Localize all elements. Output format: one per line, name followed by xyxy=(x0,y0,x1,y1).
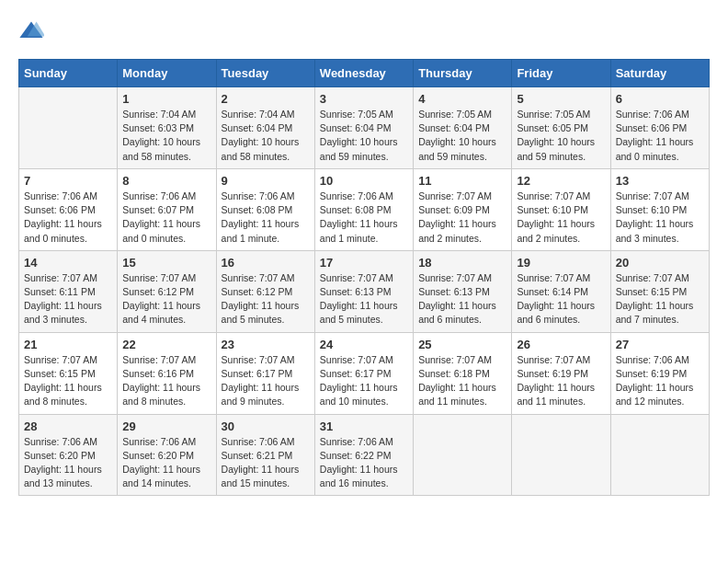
day-number: 20 xyxy=(616,256,704,270)
calendar-cell: 30Sunrise: 7:06 AM Sunset: 6:21 PM Dayli… xyxy=(216,414,314,496)
weekday-header: Thursday xyxy=(414,60,512,87)
day-number: 22 xyxy=(122,338,210,351)
day-number: 4 xyxy=(418,92,506,106)
calendar-cell: 29Sunrise: 7:06 AM Sunset: 6:20 PM Dayli… xyxy=(118,414,216,496)
day-info: Sunrise: 7:06 AM Sunset: 6:22 PM Dayligh… xyxy=(320,435,408,491)
day-number: 7 xyxy=(24,174,112,188)
calendar-cell xyxy=(512,414,610,496)
weekday-header: Monday xyxy=(118,60,216,87)
day-number: 18 xyxy=(418,256,506,270)
day-info: Sunrise: 7:06 AM Sunset: 6:20 PM Dayligh… xyxy=(24,435,112,491)
day-info: Sunrise: 7:07 AM Sunset: 6:14 PM Dayligh… xyxy=(517,271,605,327)
day-info: Sunrise: 7:07 AM Sunset: 6:15 PM Dayligh… xyxy=(616,271,704,327)
calendar-cell: 20Sunrise: 7:07 AM Sunset: 6:15 PM Dayli… xyxy=(610,250,709,332)
day-number: 27 xyxy=(616,338,704,351)
logo xyxy=(18,18,48,44)
day-number: 12 xyxy=(517,174,605,188)
day-number: 28 xyxy=(24,419,112,433)
calendar-cell: 24Sunrise: 7:07 AM Sunset: 6:17 PM Dayli… xyxy=(314,332,413,414)
calendar-cell: 26Sunrise: 7:07 AM Sunset: 6:19 PM Dayli… xyxy=(512,332,610,414)
day-info: Sunrise: 7:06 AM Sunset: 6:07 PM Dayligh… xyxy=(122,190,210,246)
day-number: 6 xyxy=(616,92,704,106)
day-number: 1 xyxy=(122,92,210,106)
calendar-header: SundayMondayTuesdayWednesdayThursdayFrid… xyxy=(19,60,710,87)
calendar-cell: 2Sunrise: 7:04 AM Sunset: 6:04 PM Daylig… xyxy=(216,87,314,169)
calendar-cell: 27Sunrise: 7:06 AM Sunset: 6:19 PM Dayli… xyxy=(610,332,709,414)
day-info: Sunrise: 7:07 AM Sunset: 6:12 PM Dayligh… xyxy=(222,271,310,327)
day-info: Sunrise: 7:06 AM Sunset: 6:21 PM Dayligh… xyxy=(222,435,310,491)
calendar-cell: 1Sunrise: 7:04 AM Sunset: 6:03 PM Daylig… xyxy=(118,87,216,169)
day-info: Sunrise: 7:05 AM Sunset: 6:05 PM Dayligh… xyxy=(517,108,605,164)
calendar-cell: 18Sunrise: 7:07 AM Sunset: 6:13 PM Dayli… xyxy=(414,250,512,332)
logo-icon xyxy=(18,18,44,44)
weekday-header: Wednesday xyxy=(314,60,413,87)
calendar-week-row: 21Sunrise: 7:07 AM Sunset: 6:15 PM Dayli… xyxy=(19,332,710,414)
calendar-cell: 25Sunrise: 7:07 AM Sunset: 6:18 PM Dayli… xyxy=(414,332,512,414)
calendar-cell: 12Sunrise: 7:07 AM Sunset: 6:10 PM Dayli… xyxy=(512,168,610,250)
day-info: Sunrise: 7:07 AM Sunset: 6:10 PM Dayligh… xyxy=(517,190,605,246)
day-info: Sunrise: 7:04 AM Sunset: 6:03 PM Dayligh… xyxy=(122,108,210,164)
day-info: Sunrise: 7:06 AM Sunset: 6:06 PM Dayligh… xyxy=(24,190,112,246)
day-info: Sunrise: 7:06 AM Sunset: 6:06 PM Dayligh… xyxy=(616,108,704,164)
day-number: 19 xyxy=(517,256,605,270)
day-number: 10 xyxy=(320,174,408,188)
calendar-cell: 19Sunrise: 7:07 AM Sunset: 6:14 PM Dayli… xyxy=(512,250,610,332)
day-number: 31 xyxy=(320,419,408,433)
calendar-week-row: 1Sunrise: 7:04 AM Sunset: 6:03 PM Daylig… xyxy=(19,87,710,169)
day-info: Sunrise: 7:06 AM Sunset: 6:08 PM Dayligh… xyxy=(320,190,408,246)
calendar-cell: 22Sunrise: 7:07 AM Sunset: 6:16 PM Dayli… xyxy=(118,332,216,414)
calendar-week-row: 28Sunrise: 7:06 AM Sunset: 6:20 PM Dayli… xyxy=(19,414,710,496)
day-info: Sunrise: 7:04 AM Sunset: 6:04 PM Dayligh… xyxy=(222,108,310,164)
weekday-header: Friday xyxy=(512,60,610,87)
day-info: Sunrise: 7:05 AM Sunset: 6:04 PM Dayligh… xyxy=(320,108,408,164)
weekday-header: Tuesday xyxy=(216,60,314,87)
day-number: 8 xyxy=(122,174,210,188)
day-info: Sunrise: 7:07 AM Sunset: 6:15 PM Dayligh… xyxy=(24,353,112,409)
day-info: Sunrise: 7:07 AM Sunset: 6:10 PM Dayligh… xyxy=(616,190,704,246)
calendar-cell: 15Sunrise: 7:07 AM Sunset: 6:12 PM Dayli… xyxy=(118,250,216,332)
day-info: Sunrise: 7:07 AM Sunset: 6:17 PM Dayligh… xyxy=(320,353,408,409)
calendar-cell: 31Sunrise: 7:06 AM Sunset: 6:22 PM Dayli… xyxy=(314,414,413,496)
calendar-cell: 8Sunrise: 7:06 AM Sunset: 6:07 PM Daylig… xyxy=(118,168,216,250)
calendar-cell: 23Sunrise: 7:07 AM Sunset: 6:17 PM Dayli… xyxy=(216,332,314,414)
calendar-cell: 28Sunrise: 7:06 AM Sunset: 6:20 PM Dayli… xyxy=(19,414,118,496)
day-number: 15 xyxy=(122,256,210,270)
weekday-row: SundayMondayTuesdayWednesdayThursdayFrid… xyxy=(19,60,710,87)
day-number: 5 xyxy=(517,92,605,106)
calendar-cell: 3Sunrise: 7:05 AM Sunset: 6:04 PM Daylig… xyxy=(314,87,413,169)
day-info: Sunrise: 7:07 AM Sunset: 6:09 PM Dayligh… xyxy=(418,190,506,246)
calendar-cell: 9Sunrise: 7:06 AM Sunset: 6:08 PM Daylig… xyxy=(216,168,314,250)
day-number: 13 xyxy=(616,174,704,188)
day-number: 11 xyxy=(418,174,506,188)
calendar-cell xyxy=(19,87,118,169)
day-info: Sunrise: 7:07 AM Sunset: 6:16 PM Dayligh… xyxy=(122,353,210,409)
calendar-cell: 21Sunrise: 7:07 AM Sunset: 6:15 PM Dayli… xyxy=(19,332,118,414)
day-info: Sunrise: 7:07 AM Sunset: 6:18 PM Dayligh… xyxy=(418,353,506,409)
calendar-cell xyxy=(414,414,512,496)
calendar-week-row: 7Sunrise: 7:06 AM Sunset: 6:06 PM Daylig… xyxy=(19,168,710,250)
calendar-cell: 16Sunrise: 7:07 AM Sunset: 6:12 PM Dayli… xyxy=(216,250,314,332)
weekday-header: Sunday xyxy=(19,60,118,87)
calendar-cell: 10Sunrise: 7:06 AM Sunset: 6:08 PM Dayli… xyxy=(314,168,413,250)
day-number: 16 xyxy=(222,256,310,270)
day-number: 26 xyxy=(517,338,605,351)
day-info: Sunrise: 7:07 AM Sunset: 6:11 PM Dayligh… xyxy=(24,271,112,327)
calendar-week-row: 14Sunrise: 7:07 AM Sunset: 6:11 PM Dayli… xyxy=(19,250,710,332)
calendar-cell: 17Sunrise: 7:07 AM Sunset: 6:13 PM Dayli… xyxy=(314,250,413,332)
calendar-cell: 5Sunrise: 7:05 AM Sunset: 6:05 PM Daylig… xyxy=(512,87,610,169)
day-info: Sunrise: 7:05 AM Sunset: 6:04 PM Dayligh… xyxy=(418,108,506,164)
weekday-header: Saturday xyxy=(610,60,709,87)
day-info: Sunrise: 7:07 AM Sunset: 6:13 PM Dayligh… xyxy=(320,271,408,327)
calendar-cell xyxy=(610,414,709,496)
day-number: 17 xyxy=(320,256,408,270)
calendar-cell: 7Sunrise: 7:06 AM Sunset: 6:06 PM Daylig… xyxy=(19,168,118,250)
calendar-cell: 4Sunrise: 7:05 AM Sunset: 6:04 PM Daylig… xyxy=(414,87,512,169)
day-number: 2 xyxy=(222,92,310,106)
day-number: 29 xyxy=(122,419,210,433)
page-header xyxy=(18,18,710,44)
calendar-body: 1Sunrise: 7:04 AM Sunset: 6:03 PM Daylig… xyxy=(19,87,710,496)
day-info: Sunrise: 7:07 AM Sunset: 6:17 PM Dayligh… xyxy=(222,353,310,409)
day-info: Sunrise: 7:07 AM Sunset: 6:13 PM Dayligh… xyxy=(418,271,506,327)
calendar-cell: 14Sunrise: 7:07 AM Sunset: 6:11 PM Dayli… xyxy=(19,250,118,332)
day-number: 9 xyxy=(222,174,310,188)
